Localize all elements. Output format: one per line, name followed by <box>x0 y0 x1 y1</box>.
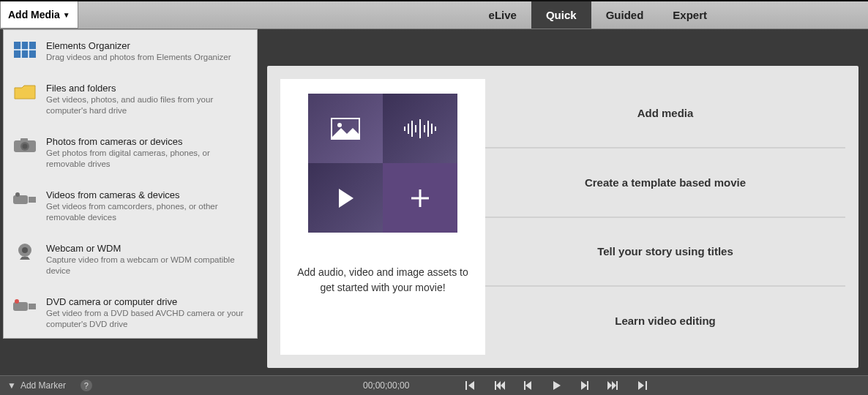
step-forward-button[interactable] <box>580 381 588 390</box>
play-button[interactable] <box>552 381 561 390</box>
next-frame-button[interactable] <box>607 381 618 390</box>
prev-frame-button[interactable] <box>495 381 505 390</box>
add-media-dropdown-button[interactable]: Add Media ▼ <box>0 1 78 29</box>
menu-item-desc: Capture video from a webcam or WDM compa… <box>46 255 248 277</box>
goto-start-button[interactable] <box>465 381 476 390</box>
menu-item-title: Files and folders <box>46 83 248 94</box>
card-titles[interactable]: Tell your story using titles <box>485 218 845 287</box>
svg-rect-31 <box>524 381 525 390</box>
top-toolbar: Add Media ▼ eLive Quick Guided Expert <box>0 0 868 29</box>
dvd-camera-icon <box>12 296 37 315</box>
step-back-button[interactable] <box>524 381 533 390</box>
menu-item-desc: Get videos from camcorders, phones, or o… <box>46 201 248 224</box>
tab-elive[interactable]: eLive <box>474 1 531 29</box>
timecode-display: 00;00;00;00 <box>363 380 409 391</box>
menu-item-desc: Get video from a DVD based AVCHD camera … <box>46 308 248 331</box>
menu-item-desc: Drag videos and photos from Elements Org… <box>46 52 231 64</box>
svg-rect-30 <box>495 381 496 390</box>
hero-icon-grid <box>308 94 457 233</box>
image-tile-icon <box>308 94 383 163</box>
camcorder-icon <box>12 189 37 208</box>
menu-item-title: DVD camera or computer drive <box>46 296 248 307</box>
add-media-label: Add Media <box>8 9 60 20</box>
tab-quick[interactable]: Quick <box>531 1 591 29</box>
hero-caption: Add audio, video and image assets to get… <box>280 265 485 296</box>
play-tile-icon <box>308 163 383 233</box>
svg-rect-34 <box>646 381 647 390</box>
card-learn[interactable]: Learn video editing <box>485 287 845 355</box>
menu-item-desc: Get videos, photos, and audio files from… <box>46 94 248 117</box>
svg-rect-13 <box>13 302 28 311</box>
menu-item-title: Photos from cameras or devices <box>46 136 248 147</box>
svg-rect-8 <box>13 195 28 204</box>
menu-item-title: Videos from cameras & devices <box>46 189 248 200</box>
workspace: Elements Organizer Drag videos and photo… <box>0 29 868 375</box>
mode-tabs: eLive Quick Guided Expert <box>474 1 868 29</box>
svg-rect-14 <box>29 304 36 309</box>
quick-action-cards: Add media Create a template based movie … <box>485 66 858 368</box>
menu-item-elements-organizer[interactable]: Elements Organizer Drag videos and photo… <box>8 37 252 67</box>
svg-rect-32 <box>587 381 588 390</box>
grid-organizer-icon <box>12 40 37 59</box>
menu-item-videos-devices[interactable]: Videos from cameras & devices Get videos… <box>8 187 252 227</box>
menu-item-title: Webcam or WDM <box>46 243 248 254</box>
svg-rect-33 <box>616 381 618 390</box>
tab-expert[interactable]: Expert <box>658 1 722 29</box>
menu-item-photos-devices[interactable]: Photos from cameras or devices Get photo… <box>8 133 252 173</box>
add-marker-button[interactable]: ▼ Add Marker <box>0 380 66 391</box>
menu-item-webcam[interactable]: Webcam or WDM Capture video from a webca… <box>8 240 252 280</box>
quick-start-panel: Add audio, video and image assets to get… <box>267 66 858 368</box>
help-button[interactable]: ? <box>81 380 92 391</box>
svg-rect-9 <box>29 197 36 203</box>
webcam-icon <box>12 243 37 262</box>
menu-item-dvd[interactable]: DVD camera or computer drive Get video f… <box>8 293 252 334</box>
add-marker-label: Add Marker <box>20 380 66 391</box>
svg-point-15 <box>15 299 19 304</box>
goto-end-button[interactable] <box>637 381 647 390</box>
svg-rect-29 <box>465 381 467 390</box>
menu-item-files-folders[interactable]: Files and folders Get videos, photos, an… <box>8 80 252 120</box>
camera-icon <box>12 136 37 155</box>
tab-guided[interactable]: Guided <box>591 1 659 29</box>
svg-rect-7 <box>20 138 28 141</box>
hero-card: Add audio, video and image assets to get… <box>280 79 485 355</box>
svg-point-12 <box>22 247 28 253</box>
folder-icon <box>12 83 37 102</box>
menu-item-desc: Get photos from digital cameras, phones,… <box>46 148 248 170</box>
caret-down-icon: ▼ <box>63 11 70 19</box>
svg-point-17 <box>337 123 342 127</box>
add-media-menu: Elements Organizer Drag videos and photo… <box>3 29 258 339</box>
menu-item-title: Elements Organizer <box>46 40 231 51</box>
svg-point-6 <box>23 143 28 148</box>
card-template-movie[interactable]: Create a template based movie <box>485 148 845 218</box>
card-add-media[interactable]: Add media <box>485 79 845 148</box>
svg-point-10 <box>15 192 20 197</box>
caret-down-icon: ▼ <box>7 380 16 391</box>
plus-tile-icon <box>383 163 457 233</box>
timeline-bar: ▼ Add Marker ? 00;00;00;00 <box>0 375 868 395</box>
transport-controls <box>465 381 647 390</box>
audio-tile-icon <box>383 94 457 163</box>
